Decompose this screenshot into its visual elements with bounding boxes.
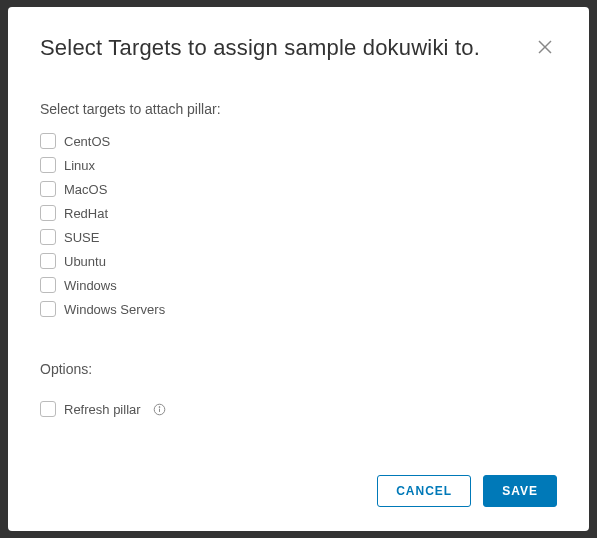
target-checkbox-windows-servers[interactable]: Windows Servers	[40, 301, 557, 317]
cancel-button[interactable]: CANCEL	[377, 475, 471, 507]
checkbox-icon	[40, 253, 56, 269]
checkbox-label: Windows	[64, 278, 117, 293]
checkbox-icon	[40, 157, 56, 173]
checkbox-icon	[40, 229, 56, 245]
modal-title: Select Targets to assign sample dokuwiki…	[40, 35, 480, 61]
info-icon[interactable]	[153, 403, 166, 416]
checkbox-label: Windows Servers	[64, 302, 165, 317]
targets-section-label: Select targets to attach pillar:	[40, 101, 557, 117]
checkbox-icon	[40, 277, 56, 293]
target-checkbox-ubuntu[interactable]: Ubuntu	[40, 253, 557, 269]
checkbox-label: SUSE	[64, 230, 99, 245]
target-checkbox-windows[interactable]: Windows	[40, 277, 557, 293]
target-checkbox-linux[interactable]: Linux	[40, 157, 557, 173]
options-section-label: Options:	[40, 361, 557, 377]
checkbox-label: Refresh pillar	[64, 402, 141, 417]
targets-list: CentOS Linux MacOS RedHat SUSE Ubuntu Wi…	[40, 133, 557, 317]
target-checkbox-redhat[interactable]: RedHat	[40, 205, 557, 221]
checkbox-label: CentOS	[64, 134, 110, 149]
modal-header: Select Targets to assign sample dokuwiki…	[40, 35, 557, 61]
modal-footer: CANCEL SAVE	[40, 475, 557, 507]
close-icon[interactable]	[533, 35, 557, 59]
svg-point-4	[159, 406, 160, 407]
checkbox-icon	[40, 133, 56, 149]
checkbox-label: MacOS	[64, 182, 107, 197]
checkbox-icon	[40, 181, 56, 197]
save-button[interactable]: SAVE	[483, 475, 557, 507]
options-section: Options: Refresh pillar	[40, 361, 557, 417]
select-targets-modal: Select Targets to assign sample dokuwiki…	[8, 7, 589, 531]
checkbox-icon	[40, 301, 56, 317]
checkbox-label: RedHat	[64, 206, 108, 221]
target-checkbox-centos[interactable]: CentOS	[40, 133, 557, 149]
checkbox-label: Ubuntu	[64, 254, 106, 269]
checkbox-icon	[40, 205, 56, 221]
checkbox-label: Linux	[64, 158, 95, 173]
checkbox-icon	[40, 401, 56, 417]
target-checkbox-suse[interactable]: SUSE	[40, 229, 557, 245]
target-checkbox-macos[interactable]: MacOS	[40, 181, 557, 197]
refresh-pillar-checkbox[interactable]: Refresh pillar	[40, 401, 557, 417]
